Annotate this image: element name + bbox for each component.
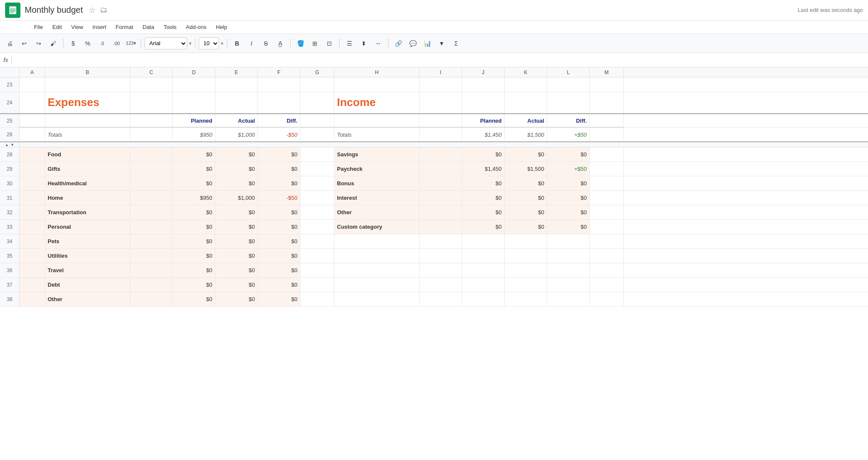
cell-35-K[interactable] xyxy=(505,249,547,263)
cell-30-L[interactable]: $0 xyxy=(547,176,590,190)
cell-32-H[interactable]: Other xyxy=(334,205,420,219)
cell-28-M[interactable] xyxy=(590,147,624,161)
cell-28-H[interactable]: Savings xyxy=(334,147,420,161)
cell-23-L[interactable] xyxy=(547,78,590,92)
cell-34-J[interactable] xyxy=(462,234,505,248)
cell-26-B-totals[interactable]: Totals xyxy=(45,128,130,141)
function-button[interactable]: Σ xyxy=(450,37,463,50)
comment-button[interactable]: 💬 xyxy=(406,37,419,50)
cell-31-M[interactable] xyxy=(590,191,624,205)
cell-24-H-income-title[interactable]: Income xyxy=(334,92,420,113)
cell-31-G[interactable] xyxy=(300,191,334,205)
cell-38-A[interactable] xyxy=(20,292,45,306)
cell-23-H[interactable] xyxy=(334,78,420,92)
cell-33-K[interactable]: $0 xyxy=(505,220,547,234)
cell-32-A[interactable] xyxy=(20,205,45,219)
cell-23-G[interactable] xyxy=(300,78,334,92)
cell-33-J[interactable]: $0 xyxy=(462,220,505,234)
cell-26-F-diff[interactable]: -$50 xyxy=(258,128,300,141)
fill-color-button[interactable]: 🪣 xyxy=(294,37,307,50)
cell-32-D[interactable]: $0 xyxy=(173,205,215,219)
redo-button[interactable]: ↪ xyxy=(32,37,45,50)
cell-28-B[interactable]: Food xyxy=(45,147,130,161)
cell-29-J[interactable]: $1,450 xyxy=(462,162,505,176)
cell-37-E[interactable]: $0 xyxy=(215,278,258,292)
cell-24-G[interactable] xyxy=(300,92,334,113)
cell-31-C[interactable] xyxy=(130,191,173,205)
cell-32-B[interactable]: Transportation xyxy=(45,205,130,219)
cell-37-C[interactable] xyxy=(130,278,173,292)
cell-38-H[interactable] xyxy=(334,292,420,306)
cell-35-B[interactable]: Utilities xyxy=(45,249,130,263)
cell-37-G[interactable] xyxy=(300,278,334,292)
col-header-L[interactable]: L xyxy=(547,67,590,78)
cell-31-H[interactable]: Interest xyxy=(334,191,420,205)
cell-33-B[interactable]: Personal xyxy=(45,220,130,234)
cell-36-G[interactable] xyxy=(300,263,334,277)
cell-29-A[interactable] xyxy=(20,162,45,176)
cell-29-M[interactable] xyxy=(590,162,624,176)
cell-34-B[interactable]: Pets xyxy=(45,234,130,248)
cell-26-C[interactable] xyxy=(130,128,173,141)
cell-25-G[interactable] xyxy=(300,114,334,127)
cell-37-K[interactable] xyxy=(505,278,547,292)
cell-28-A[interactable] xyxy=(20,147,45,161)
cell-34-K[interactable] xyxy=(505,234,547,248)
cell-26-M[interactable] xyxy=(590,128,624,141)
cell-32-L[interactable]: $0 xyxy=(547,205,590,219)
cell-30-A[interactable] xyxy=(20,176,45,190)
cell-35-H[interactable] xyxy=(334,249,420,263)
cell-36-E[interactable]: $0 xyxy=(215,263,258,277)
cell-25-D-planned[interactable]: Planned xyxy=(173,114,215,127)
cell-38-E[interactable]: $0 xyxy=(215,292,258,306)
align-vertical-button[interactable]: ⬍ xyxy=(357,37,370,50)
cell-37-H[interactable] xyxy=(334,278,420,292)
cell-23-D[interactable] xyxy=(173,78,215,92)
cell-35-L[interactable] xyxy=(547,249,590,263)
cell-35-F[interactable]: $0 xyxy=(258,249,300,263)
cell-26-J-planned[interactable]: $1,450 xyxy=(462,128,505,141)
cell-29-C[interactable] xyxy=(130,162,173,176)
cell-36-H[interactable] xyxy=(334,263,420,277)
cell-30-C[interactable] xyxy=(130,176,173,190)
cell-31-F[interactable]: -$50 xyxy=(258,191,300,205)
cell-24-E[interactable] xyxy=(215,92,258,113)
cell-32-K[interactable]: $0 xyxy=(505,205,547,219)
font-selector[interactable]: Arial xyxy=(145,37,187,49)
cell-30-I[interactable] xyxy=(420,176,462,190)
cell-24-A[interactable] xyxy=(20,92,45,113)
cell-31-B[interactable]: Home xyxy=(45,191,130,205)
cell-29-K[interactable]: $1,500 xyxy=(505,162,547,176)
cell-25-B[interactable] xyxy=(45,114,130,127)
menu-view[interactable]: View xyxy=(67,22,87,32)
formula-input[interactable] xyxy=(15,57,865,63)
cell-33-H[interactable]: Custom category xyxy=(334,220,420,234)
cell-37-B[interactable]: Debt xyxy=(45,278,130,292)
cell-29-G[interactable] xyxy=(300,162,334,176)
cell-31-J[interactable]: $0 xyxy=(462,191,505,205)
cell-29-I[interactable] xyxy=(420,162,462,176)
cell-33-G[interactable] xyxy=(300,220,334,234)
cell-24-D[interactable] xyxy=(173,92,215,113)
cell-38-J[interactable] xyxy=(462,292,505,306)
cell-30-D[interactable]: $0 xyxy=(173,176,215,190)
cell-38-M[interactable] xyxy=(590,292,624,306)
cell-34-G[interactable] xyxy=(300,234,334,248)
cell-34-E[interactable]: $0 xyxy=(215,234,258,248)
cell-35-G[interactable] xyxy=(300,249,334,263)
cell-35-I[interactable] xyxy=(420,249,462,263)
cell-36-J[interactable] xyxy=(462,263,505,277)
cell-24-B-expenses-title[interactable]: Expenses xyxy=(45,92,130,113)
cell-23-J[interactable] xyxy=(462,78,505,92)
menu-help[interactable]: Help xyxy=(211,22,231,32)
cell-26-A[interactable] xyxy=(20,128,45,141)
number-format-button[interactable]: 123▾ xyxy=(125,37,137,50)
cell-23-C[interactable] xyxy=(130,78,173,92)
cell-25-E-actual[interactable]: Actual xyxy=(215,114,258,127)
cell-26-D-planned[interactable]: $950 xyxy=(173,128,215,141)
cell-38-B[interactable]: Other xyxy=(45,292,130,306)
cell-36-I[interactable] xyxy=(420,263,462,277)
cell-33-F[interactable]: $0 xyxy=(258,220,300,234)
font-size-selector[interactable]: 10 xyxy=(199,37,219,49)
cell-25-K-actual[interactable]: Actual xyxy=(505,114,547,127)
